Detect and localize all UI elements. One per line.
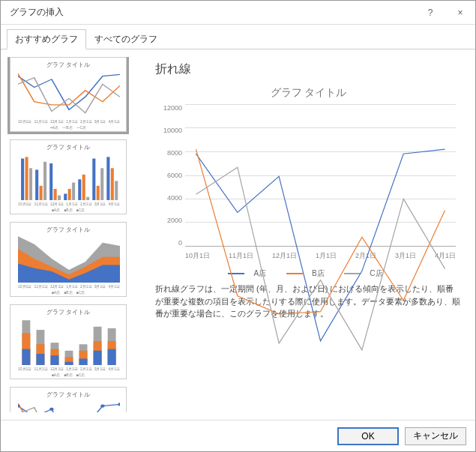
svg-rect-16	[58, 196, 61, 200]
ok-button[interactable]: OK	[337, 427, 399, 445]
svg-rect-9	[54, 189, 57, 200]
svg-rect-13	[111, 168, 114, 200]
close-icon: ×	[457, 7, 463, 18]
thumb-title: グラフ タイトル	[10, 226, 126, 234]
svg-rect-2	[49, 163, 52, 200]
svg-rect-17	[72, 183, 75, 200]
svg-rect-32	[51, 355, 59, 365]
svg-rect-7	[25, 157, 28, 200]
thumb-x: 10月1日11月1日12月1日1月1日2月1日3月1日4月1日	[18, 202, 120, 206]
svg-rect-4	[78, 179, 81, 200]
thumb-plot	[18, 235, 120, 283]
thumb-title: グラフ タイトル	[10, 61, 126, 69]
thumb-plot	[18, 152, 120, 200]
thumb-clustered-column[interactable]: グラフ タイトル 10月1日11月1日12月1日1月1日2月1日3月1日4月1日…	[10, 139, 127, 214]
svg-rect-26	[22, 349, 30, 365]
help-icon: ?	[428, 7, 433, 18]
chart-type-name: 折れ線	[155, 61, 462, 77]
svg-rect-11	[82, 175, 85, 200]
svg-rect-44	[108, 349, 116, 365]
chart-title: グラフ タイトル	[155, 86, 462, 100]
chart-axes: 12000 10000 8000 6000 4000 2000 0	[185, 104, 456, 247]
thumb-title: グラフ タイトル	[10, 391, 126, 399]
svg-rect-1	[35, 169, 38, 200]
thumb-title: グラフ タイトル	[10, 143, 126, 151]
svg-rect-38	[79, 358, 88, 365]
thumb-stacked-area[interactable]: グラフ タイトル 10月1日11月1日12月1日1月1日2月1日3月1日4月1日…	[10, 222, 127, 297]
dialog-title: グラフの挿入	[10, 6, 415, 19]
thumb-legend: ━A店 ━B店 ━C店	[10, 125, 126, 130]
preview-chart: グラフ タイトル 12000 10000 8000 6000 4000 2000…	[155, 86, 462, 274]
svg-point-47	[49, 408, 53, 411]
svg-rect-18	[86, 197, 89, 200]
thumb-plot	[18, 317, 120, 365]
insert-chart-dialog: グラフの挿入 ? × おすすめグラフ すべてのグラフ グラフ タイトル 10月1…	[0, 0, 476, 452]
help-button[interactable]: ?	[415, 1, 445, 25]
svg-rect-3	[64, 193, 67, 200]
svg-point-50	[100, 404, 104, 407]
svg-rect-5	[92, 159, 95, 200]
thumb-x: 10月1日11月1日12月1日1月1日2月1日3月1日4月1日	[18, 284, 120, 289]
svg-rect-10	[68, 189, 71, 200]
chart-thumbnails[interactable]: グラフ タイトル 10月1日11月1日12月1日1月1日2月1日3月1日4月1日…	[7, 57, 140, 412]
svg-rect-12	[97, 186, 100, 200]
thumb-legend: ■A店 ■B店 ■C店	[10, 208, 126, 212]
thumb-legend: ■A店 ■B店 ■C店	[10, 373, 126, 377]
thumb-legend: ■A店 ■B店 ■C店	[10, 290, 126, 295]
titlebar: グラフの挿入 ? ×	[1, 1, 475, 25]
thumb-line-markers[interactable]: グラフ タイトル	[10, 387, 127, 412]
svg-rect-29	[36, 354, 44, 365]
tab-recommended[interactable]: おすすめグラフ	[7, 29, 86, 49]
thumb-plot	[18, 70, 120, 118]
svg-rect-14	[29, 168, 32, 200]
thumb-plot	[18, 400, 120, 412]
chart-svg	[185, 104, 456, 375]
tab-all-charts[interactable]: すべてのグラフ	[86, 29, 166, 49]
svg-rect-19	[100, 168, 103, 200]
thumb-stacked-column[interactable]: グラフ タイトル 10月1日11月1日12	[10, 304, 127, 379]
svg-point-51	[118, 403, 120, 406]
svg-rect-0	[21, 159, 24, 200]
dialog-body: グラフ タイトル 10月1日11月1日12月1日1月1日2月1日3月1日4月1日…	[1, 49, 475, 420]
tabs: おすすめグラフ すべてのグラフ	[1, 25, 475, 49]
svg-rect-41	[94, 351, 102, 365]
svg-rect-8	[40, 186, 43, 200]
thumb-line-chart[interactable]: グラフ タイトル 10月1日11月1日12月1日1月1日2月1日3月1日4月1日…	[10, 57, 127, 132]
svg-rect-20	[115, 181, 118, 200]
dialog-footer: OK キャンセル	[1, 420, 475, 451]
svg-rect-35	[65, 362, 73, 365]
thumb-x: 10月1日11月1日12月1日1月1日2月1日3月1日4月1日	[18, 367, 120, 371]
chart-y-axis: 12000 10000 8000 6000 4000 2000 0	[155, 104, 182, 247]
preview-panel: 折れ線 グラフ タイトル 12000 10000 8000 6000 4000 …	[140, 57, 469, 412]
thumb-title: グラフ タイトル	[10, 308, 126, 316]
thumb-x: 10月1日11月1日12月1日1月1日2月1日3月1日4月1日	[18, 119, 120, 124]
svg-rect-6	[106, 157, 109, 200]
cancel-button[interactable]: キャンセル	[405, 427, 466, 445]
close-button[interactable]: ×	[445, 1, 475, 25]
svg-rect-15	[43, 162, 46, 200]
